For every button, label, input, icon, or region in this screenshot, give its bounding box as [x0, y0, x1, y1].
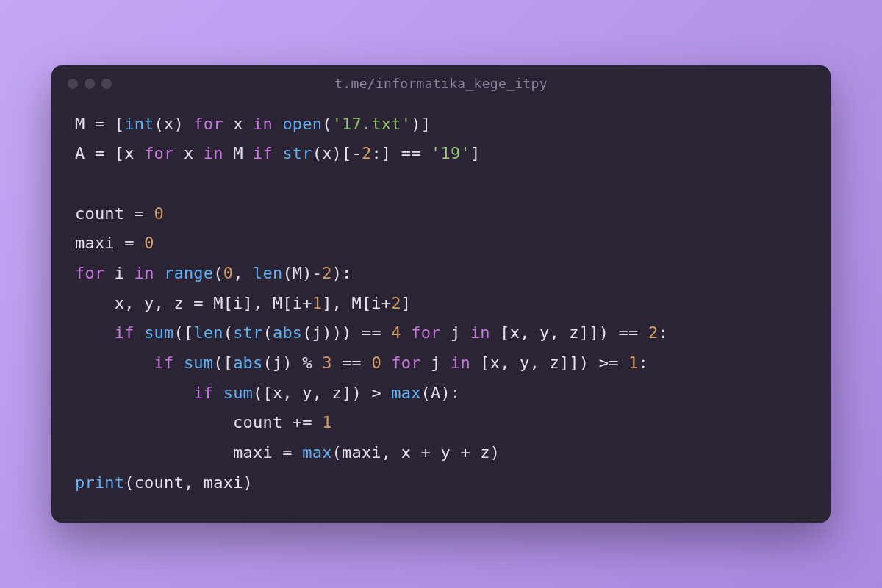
- code-token: A: [75, 144, 95, 162]
- code-token: (M)-: [282, 264, 322, 282]
- code-token: [x, y, z]]): [470, 354, 599, 372]
- code-token: ]: [470, 144, 480, 162]
- code-line: maxi = 0: [75, 229, 807, 259]
- code-token: print: [75, 473, 124, 492]
- code-token: [381, 354, 391, 372]
- code-token: [135, 323, 144, 342]
- code-token: (x): [154, 115, 194, 133]
- code-token: [: [115, 115, 124, 133]
- code-token: y: [441, 443, 461, 462]
- code-token: str: [282, 144, 312, 162]
- maximize-icon[interactable]: [101, 79, 112, 89]
- code-token: =: [95, 144, 115, 162]
- code-token: for: [75, 264, 104, 282]
- code-token: maxi: [75, 234, 124, 252]
- code-token: (: [263, 323, 273, 342]
- code-token: ([x, y, z]): [253, 384, 371, 402]
- traffic-lights: [68, 79, 112, 89]
- code-token: =: [282, 443, 302, 462]
- code-token: ,: [233, 264, 253, 282]
- code-token: x, y, z: [75, 294, 193, 312]
- code-token: count: [75, 413, 293, 431]
- code-token: =: [124, 234, 144, 252]
- code-token: >: [371, 384, 391, 402]
- code-token: +: [421, 443, 441, 462]
- code-token: 2: [362, 144, 371, 162]
- code-token: in: [135, 264, 154, 282]
- window-title: t.me/informatika_kege_itpy: [51, 76, 831, 91]
- code-token: [75, 354, 154, 372]
- code-token: z): [480, 443, 500, 462]
- code-token: [173, 354, 183, 372]
- code-line: count += 1: [75, 408, 807, 438]
- code-line: print(count, maxi): [75, 468, 807, 498]
- code-window: t.me/informatika_kege_itpy M = [int(x) f…: [51, 65, 831, 523]
- code-token: x: [173, 144, 203, 162]
- code-token: 0: [154, 204, 164, 223]
- code-token: [273, 115, 282, 133]
- code-token: open: [282, 115, 322, 133]
- code-token: str: [233, 323, 262, 342]
- code-token: in: [204, 144, 223, 162]
- code-token: in: [451, 354, 470, 372]
- code-token: (: [213, 264, 223, 282]
- code-token: ==: [362, 323, 391, 342]
- code-token: [401, 323, 411, 342]
- code-token: )]: [411, 115, 431, 133]
- code-token: max: [302, 443, 331, 462]
- code-token: [75, 323, 115, 342]
- code-token: (count, maxi): [124, 473, 253, 492]
- close-icon[interactable]: [68, 79, 78, 89]
- code-token: [154, 264, 164, 282]
- code-token: x: [223, 115, 253, 133]
- code-token: '17.txt': [332, 115, 412, 133]
- code-token: for: [144, 144, 173, 162]
- code-line: M = [int(x) for x in open('17.txt')]: [75, 110, 807, 140]
- code-token: :: [638, 354, 648, 372]
- minimize-icon[interactable]: [85, 79, 95, 89]
- code-token: :: [658, 323, 667, 342]
- code-token: ==: [342, 354, 371, 372]
- code-token: len: [253, 264, 282, 282]
- code-token: (j): [262, 354, 302, 372]
- code-token: (j))): [302, 323, 362, 342]
- code-token: 2: [648, 323, 658, 342]
- code-token: count: [75, 204, 135, 223]
- code-line: if sum([len(str(abs(j))) == 4 for j in […: [75, 318, 807, 348]
- code-token: 4: [391, 323, 401, 342]
- code-line: maxi = max(maxi, x + y + z): [75, 438, 807, 468]
- code-token: =: [193, 294, 213, 312]
- code-token: M: [75, 115, 95, 133]
- code-token: [x, y, z]]): [490, 323, 619, 342]
- code-token: [213, 384, 223, 402]
- code-token: abs: [273, 323, 302, 342]
- code-token: range: [164, 264, 213, 282]
- code-token: len: [193, 323, 223, 342]
- code-token: %: [302, 354, 322, 372]
- code-token: if: [253, 144, 273, 162]
- code-token: ([: [213, 354, 233, 372]
- code-token: '19': [431, 144, 470, 162]
- code-token: (: [322, 115, 331, 133]
- code-line: x, y, z = M[i], M[i+1], M[i+2]: [75, 289, 807, 319]
- code-token: ==: [401, 144, 431, 162]
- code-token: 2: [322, 264, 331, 282]
- code-token: >=: [599, 354, 628, 372]
- code-token: for: [193, 115, 223, 133]
- code-token: =: [135, 204, 154, 223]
- code-token: M[i], M[i+: [213, 294, 312, 312]
- code-token: sum: [223, 384, 253, 402]
- code-token: in: [253, 115, 273, 133]
- code-token: +=: [293, 413, 322, 431]
- code-token: 1: [312, 294, 322, 312]
- code-token: abs: [233, 354, 262, 372]
- code-token: 2: [391, 294, 401, 312]
- code-block: M = [int(x) for x in open('17.txt')]A = …: [51, 99, 831, 523]
- code-line: if sum([abs(j) % 3 == 0 for j in [x, y, …: [75, 348, 807, 379]
- code-token: [75, 384, 193, 402]
- code-token: M: [223, 144, 253, 162]
- code-token: [332, 354, 342, 372]
- code-token: (maxi, x: [332, 443, 421, 462]
- code-token: (A):: [421, 384, 461, 402]
- code-token: ([: [173, 323, 193, 342]
